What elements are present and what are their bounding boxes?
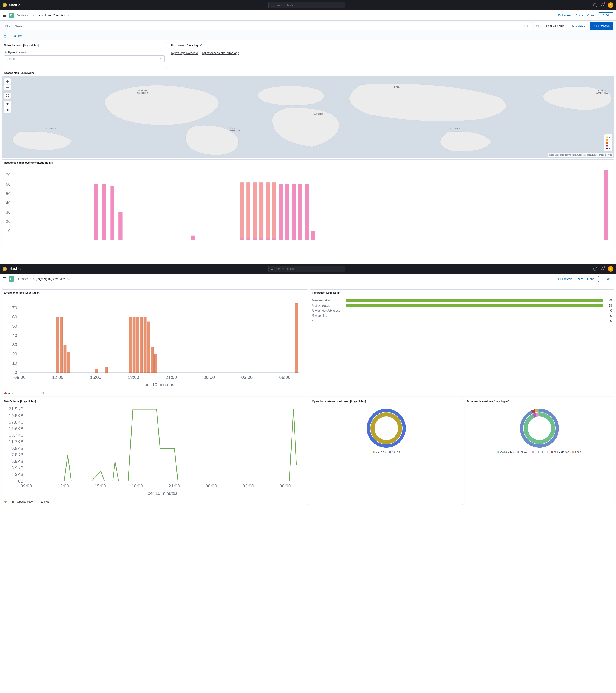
svg-text:18:00: 18:00: [132, 483, 143, 488]
show-dates-link[interactable]: Show dates: [568, 25, 588, 28]
os-donut[interactable]: [310, 405, 463, 450]
map-draw-rect[interactable]: [4, 107, 11, 113]
panel-response-codes: Response codes over time [Logs Nginx] 10…: [2, 159, 614, 245]
svg-rect-71: [129, 317, 132, 373]
svg-text:19.5KB: 19.5KB: [9, 413, 23, 418]
full-screen-link[interactable]: Full screen: [558, 277, 572, 281]
saved-query-dropdown[interactable]: [3, 22, 13, 30]
share-link[interactable]: Share: [576, 14, 583, 17]
space-selector[interactable]: D: [8, 276, 14, 282]
panel-title: Nginx instance [Logs Nginx]: [2, 42, 167, 49]
nav-toggle[interactable]: [3, 277, 6, 280]
map-draw-polygon[interactable]: [4, 101, 11, 107]
instance-select[interactable]: Select...: [4, 55, 165, 62]
svg-text:50: 50: [6, 191, 11, 196]
link-nginx-overview[interactable]: Nginx logs overview: [171, 51, 198, 55]
notification-badge: [603, 2, 605, 4]
space-selector[interactable]: D: [8, 13, 14, 18]
map-fit-bounds[interactable]: [4, 93, 11, 99]
newsfeed-icon[interactable]: [601, 3, 604, 7]
errors-chart[interactable]: 01020304050607009:0012:0015:0018:0021:00…: [2, 296, 308, 391]
breadcrumb-current: [Logs Nginx] Overview: [36, 14, 65, 17]
newsfeed-icon[interactable]: [601, 267, 604, 271]
share-link[interactable]: Share: [576, 277, 583, 281]
svg-text:10: 10: [12, 361, 17, 365]
map-label-oceania-2: OCEANIA: [45, 127, 56, 130]
svg-rect-75: [143, 317, 146, 373]
panel-title: Response codes over time [Logs Nginx]: [2, 160, 614, 166]
svg-text:09:00: 09:00: [21, 483, 32, 488]
sub-header: D Dashboard / [Logs Nginx] Overview Full…: [0, 10, 616, 21]
refresh-button[interactable]: Refresh: [590, 22, 613, 30]
link-nginx-access-error[interactable]: Nginx access and error logs: [202, 51, 239, 55]
clone-link[interactable]: Clone: [587, 277, 594, 281]
elastic-logo[interactable]: elastic: [3, 3, 21, 7]
svg-text:7.8KB: 7.8KB: [11, 452, 23, 457]
svg-rect-33: [259, 182, 263, 238]
time-quick-select[interactable]: [534, 25, 543, 27]
svg-text:21.5KB: 21.5KB: [9, 407, 23, 411]
brand-name: elastic: [8, 266, 21, 271]
breadcrumb-parent[interactable]: Dashboard: [17, 277, 32, 281]
map-zoom-out[interactable]: [4, 84, 11, 91]
svg-rect-21: [94, 184, 98, 240]
browsers-donut[interactable]: [465, 405, 614, 450]
nav-toggle[interactable]: [3, 14, 6, 17]
chevron-down-icon[interactable]: [67, 278, 70, 280]
global-search[interactable]: [269, 266, 345, 272]
svg-rect-68: [67, 352, 70, 373]
breadcrumb: Dashboard / [Logs Nginx] Overview: [17, 14, 556, 17]
svg-rect-4: [536, 25, 539, 27]
user-avatar[interactable]: o: [608, 2, 613, 8]
map-label-south-america: SOUTHAMERICA: [228, 126, 240, 132]
top-pages-row: /server-status39: [312, 298, 612, 303]
elastic-logo[interactable]: elastic: [3, 266, 21, 271]
time-picker[interactable]: Last 24 hours Show dates: [534, 22, 588, 30]
map-zoom-in[interactable]: [4, 79, 11, 84]
svg-rect-32: [259, 238, 263, 240]
chevron-down-icon[interactable]: [67, 14, 70, 17]
data-volume-chart[interactable]: 0B2KB3.9KB5.9KB7.8KB9.8KB11.7KB13.7KB15.…: [2, 405, 308, 499]
panel-title: Top pages [Logs Nginx]: [310, 290, 614, 296]
query-language-toggle[interactable]: KQL: [521, 22, 532, 30]
svg-rect-65: [56, 317, 59, 373]
global-search-input[interactable]: [276, 267, 343, 270]
clone-link[interactable]: Clone: [587, 14, 594, 17]
time-range-text[interactable]: Last 24 hours: [543, 24, 568, 28]
top-pages-list: /server-status39/nginx_status39/styleshe…: [310, 296, 614, 396]
response-codes-chart[interactable]: 10203040506070: [2, 166, 614, 245]
svg-rect-26: [240, 238, 244, 240]
svg-rect-34: [266, 238, 270, 240]
svg-text:03:00: 03:00: [241, 375, 253, 380]
calendar-icon: [536, 25, 539, 27]
full-screen-link[interactable]: Full screen: [558, 14, 572, 17]
query-input[interactable]: [13, 22, 521, 30]
svg-rect-36: [272, 238, 276, 240]
svg-text:00:00: 00:00: [204, 375, 215, 380]
user-avatar[interactable]: o: [608, 266, 613, 272]
edit-button[interactable]: Edit: [598, 13, 613, 18]
svg-rect-24: [119, 212, 122, 240]
svg-text:18:00: 18:00: [128, 375, 139, 380]
filter-icon[interactable]: [3, 33, 7, 38]
svg-rect-67: [63, 345, 66, 372]
svg-rect-42: [305, 184, 309, 240]
global-search-input[interactable]: [276, 4, 343, 7]
svg-point-0: [271, 4, 273, 6]
edit-button[interactable]: Edit: [598, 276, 613, 282]
help-icon[interactable]: [593, 267, 597, 271]
svg-text:15:00: 15:00: [90, 375, 101, 380]
svg-rect-2: [5, 25, 8, 27]
breadcrumb-parent[interactable]: Dashboard: [17, 14, 32, 17]
map-canvas[interactable]: NORTHAMERICA SOUTHAMERICA AFRICA ASIA OC…: [2, 76, 614, 157]
svg-rect-73: [136, 317, 139, 373]
svg-rect-38: [279, 184, 283, 240]
svg-rect-43: [311, 231, 315, 240]
top-pages-row: /favicon.ico0: [312, 313, 612, 318]
add-filter-link[interactable]: + Add filter: [9, 34, 23, 37]
svg-text:15:00: 15:00: [95, 483, 106, 488]
global-search[interactable]: [269, 2, 345, 8]
help-icon[interactable]: [593, 3, 597, 7]
panel-title: Browsers breakdown [Logs Nginx]: [465, 398, 614, 405]
svg-text:0B: 0B: [18, 478, 23, 483]
